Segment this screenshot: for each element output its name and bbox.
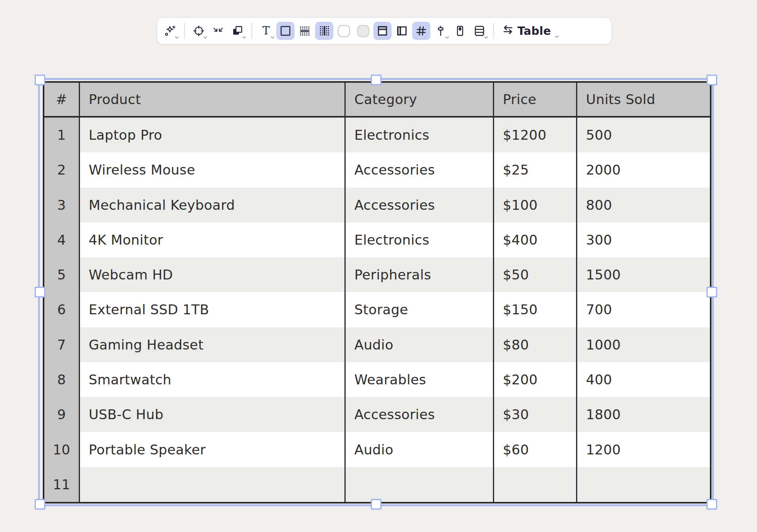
selection-handle-bottom-middle[interactable] bbox=[371, 499, 381, 510]
product-cell[interactable]: Smartwatch bbox=[80, 362, 346, 397]
category-cell[interactable]: Accessories bbox=[346, 188, 494, 222]
row-number-cell[interactable]: 3 bbox=[44, 188, 80, 222]
outer-border-toggle[interactable] bbox=[276, 22, 295, 40]
shape-style-button[interactable] bbox=[228, 22, 247, 40]
row-number-cell[interactable]: 11 bbox=[44, 467, 80, 502]
product-cell[interactable]: External SSD 1TB bbox=[80, 292, 346, 327]
product-cell[interactable]: Laptop Pro bbox=[80, 118, 346, 152]
units-cell[interactable]: 300 bbox=[577, 222, 710, 257]
product-cell[interactable]: Webcam HD bbox=[80, 257, 346, 292]
table-row: 6 External SSD 1TB Storage $150 700 bbox=[44, 292, 710, 327]
category-cell[interactable]: Wearables bbox=[346, 362, 494, 397]
row-numbers-toggle[interactable] bbox=[412, 22, 430, 40]
price-cell[interactable]: $50 bbox=[494, 257, 577, 292]
category-cell[interactable] bbox=[346, 467, 494, 502]
header-product[interactable]: Product bbox=[80, 83, 346, 116]
product-cell[interactable]: 4K Monitor bbox=[80, 222, 346, 257]
row-number-cell[interactable]: 6 bbox=[44, 292, 80, 327]
product-cell[interactable]: USB-C Hub bbox=[80, 397, 346, 432]
swatch-white-button[interactable] bbox=[335, 22, 353, 40]
row-number-cell[interactable]: 9 bbox=[44, 397, 80, 432]
units-cell[interactable] bbox=[577, 467, 710, 502]
ai-style-button[interactable] bbox=[161, 22, 179, 40]
price-cell[interactable]: $100 bbox=[494, 188, 577, 222]
row-height-button[interactable] bbox=[470, 22, 489, 40]
selection-handle-top-middle[interactable] bbox=[371, 75, 381, 86]
product-cell[interactable]: Wireless Mouse bbox=[80, 152, 346, 187]
chevron-down-icon bbox=[555, 35, 559, 38]
selection-handle-middle-left[interactable] bbox=[35, 287, 46, 298]
text-style-button[interactable]: T bbox=[257, 22, 275, 40]
dotted-row-border-icon bbox=[299, 25, 311, 37]
category-cell[interactable]: Accessories bbox=[346, 152, 494, 187]
selection-handle-top-right[interactable] bbox=[707, 75, 717, 86]
row-number-cell[interactable]: 1 bbox=[44, 118, 80, 152]
header-units-sold[interactable]: Units Sold bbox=[577, 83, 710, 116]
serif-t-icon: T bbox=[260, 25, 272, 37]
toolbar-divider bbox=[251, 23, 252, 39]
price-cell[interactable]: $25 bbox=[494, 152, 577, 187]
table-row: 2 Wireless Mouse Accessories $25 2000 bbox=[44, 152, 710, 187]
row-borders-toggle[interactable] bbox=[296, 22, 314, 40]
product-cell[interactable]: Portable Speaker bbox=[80, 432, 346, 467]
price-cell[interactable]: $30 bbox=[494, 397, 577, 432]
units-cell[interactable]: 1800 bbox=[577, 397, 710, 432]
row-number-cell[interactable]: 4 bbox=[44, 222, 80, 257]
price-cell[interactable] bbox=[494, 467, 577, 502]
header-row-toggle[interactable] bbox=[373, 22, 392, 40]
selection-handle-bottom-right[interactable] bbox=[707, 499, 717, 510]
category-cell[interactable]: Accessories bbox=[346, 397, 494, 432]
product-cell[interactable] bbox=[80, 467, 346, 502]
selection-handle-bottom-left[interactable] bbox=[35, 499, 46, 510]
units-cell[interactable]: 1500 bbox=[577, 257, 710, 292]
category-cell[interactable]: Audio bbox=[346, 327, 494, 362]
product-cell[interactable]: Gaming Headset bbox=[80, 327, 346, 362]
units-cell[interactable]: 2000 bbox=[577, 152, 710, 187]
row-number-cell[interactable]: 5 bbox=[44, 257, 80, 292]
selection-handle-top-left[interactable] bbox=[35, 75, 46, 86]
category-cell[interactable]: Electronics bbox=[346, 222, 494, 257]
category-cell[interactable]: Peripherals bbox=[346, 257, 494, 292]
row-number-cell[interactable]: 2 bbox=[44, 152, 80, 187]
units-cell[interactable]: 700 bbox=[577, 292, 710, 327]
table-row: 7 Gaming Headset Audio $80 1000 bbox=[44, 327, 710, 362]
swatch-gray-button[interactable] bbox=[354, 22, 372, 40]
convert-to-table-button[interactable]: Table bbox=[499, 22, 560, 40]
gray-squircle-swatch bbox=[357, 25, 369, 37]
row-number-cell[interactable]: 8 bbox=[44, 362, 80, 397]
price-cell[interactable]: $60 bbox=[494, 432, 577, 467]
size-adjust-button[interactable] bbox=[432, 22, 450, 40]
header-number[interactable]: # bbox=[44, 83, 80, 116]
product-table[interactable]: # Product Category Price Units Sold 1 La… bbox=[43, 81, 711, 504]
cell-padding-button[interactable] bbox=[451, 22, 469, 40]
vertical-slider-icon bbox=[435, 25, 447, 37]
price-cell[interactable]: $1200 bbox=[494, 118, 577, 152]
table-row: 1 Laptop Pro Electronics $1200 500 bbox=[44, 118, 710, 152]
units-cell[interactable]: 1000 bbox=[577, 327, 710, 362]
category-cell[interactable]: Electronics bbox=[346, 118, 494, 152]
stroke-style-button[interactable] bbox=[190, 22, 208, 40]
category-cell[interactable]: Storage bbox=[346, 292, 494, 327]
chevron-down-icon bbox=[484, 36, 488, 39]
units-cell[interactable]: 1200 bbox=[577, 432, 710, 467]
price-cell[interactable]: $150 bbox=[494, 292, 577, 327]
units-cell[interactable]: 400 bbox=[577, 362, 710, 397]
units-cell[interactable]: 500 bbox=[577, 118, 710, 152]
header-price[interactable]: Price bbox=[494, 83, 577, 116]
shrink-button[interactable] bbox=[209, 22, 227, 40]
price-cell[interactable]: $200 bbox=[494, 362, 577, 397]
table-header-column-icon bbox=[396, 25, 408, 37]
row-number-cell[interactable]: 7 bbox=[44, 327, 80, 362]
selection-handle-middle-right[interactable] bbox=[707, 287, 717, 298]
units-cell[interactable]: 800 bbox=[577, 188, 710, 222]
category-cell[interactable]: Audio bbox=[346, 432, 494, 467]
column-borders-toggle[interactable] bbox=[315, 22, 333, 40]
pill-dot-icon bbox=[454, 25, 466, 37]
table-header-row: # Product Category Price Units Sold bbox=[44, 83, 710, 118]
price-cell[interactable]: $400 bbox=[494, 222, 577, 257]
row-number-cell[interactable]: 10 bbox=[44, 432, 80, 467]
header-column-toggle[interactable] bbox=[393, 22, 411, 40]
price-cell[interactable]: $80 bbox=[494, 327, 577, 362]
product-cell[interactable]: Mechanical Keyboard bbox=[80, 188, 346, 222]
header-category[interactable]: Category bbox=[346, 83, 494, 116]
